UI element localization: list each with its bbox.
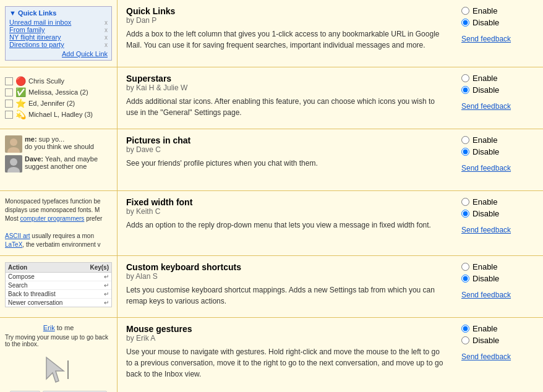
enable-radio-fixed-width-font[interactable] <box>461 198 469 206</box>
lab-title-quick-links: Quick Links <box>126 6 448 16</box>
enable-radio-row-custom-keyboard-shortcuts[interactable]: Enable <box>461 262 497 271</box>
enable-radio-custom-keyboard-shortcuts[interactable] <box>461 263 469 271</box>
disable-radio-row-superstars[interactable]: Disable <box>461 85 499 95</box>
chat-msg-dave: Dave: Yeah, and maybe suggest another on… <box>5 155 112 173</box>
disable-label-mouse-gestures: Disable <box>472 336 499 345</box>
labs-list: ▼ Quick Links Unread mail in inbox x Fro… <box>0 0 543 392</box>
lab-content-pictures-in-chat: Pictures in chat by Dave C See your frie… <box>118 129 456 190</box>
enable-radio-superstars[interactable] <box>461 74 469 82</box>
lab-controls-superstars: Enable Disable Send feedback <box>456 67 543 129</box>
feedback-link-quick-links[interactable]: Send feedback <box>461 35 511 43</box>
disable-radio-custom-keyboard-shortcuts[interactable] <box>461 275 469 283</box>
enable-radio-quick-links[interactable] <box>461 7 469 15</box>
disable-radio-mouse-gestures[interactable] <box>461 336 469 344</box>
ql-item-4: Directions to party x <box>9 41 108 48</box>
svg-point-4 <box>10 158 17 166</box>
lab-row-quick-links: ▼ Quick Links Unread mail in inbox x Fro… <box>0 0 543 67</box>
disable-radio-superstars[interactable] <box>461 86 469 94</box>
lab-title-pictures-in-chat: Pictures in chat <box>126 135 448 145</box>
lab-content-fixed-width-font: Fixed width font by Keith C Adds an opti… <box>118 191 456 255</box>
disable-radio-row-pictures-in-chat[interactable]: Disable <box>461 147 499 156</box>
enable-radio-row-mouse-gestures[interactable]: Enable <box>461 324 497 333</box>
feedback-link-superstars[interactable]: Send feedback <box>461 102 511 111</box>
svg-marker-6 <box>46 357 64 382</box>
kb-row-newer: Newer conversation ↵ <box>6 299 111 307</box>
disable-radio-row-quick-links[interactable]: Disable <box>461 18 499 27</box>
lab-author-fixed-width-font: by Keith C <box>126 207 448 216</box>
disable-radio-row-custom-keyboard-shortcuts[interactable]: Disable <box>461 274 499 283</box>
lab-content-custom-keyboard-shortcuts: Custom keyboard shortcuts by Alan S Lets… <box>118 256 456 317</box>
disable-radio-quick-links[interactable] <box>461 19 469 27</box>
add-quick-link[interactable]: Add Quick Link <box>62 50 108 58</box>
enable-label-custom-keyboard-shortcuts: Enable <box>472 262 497 271</box>
lab-description-superstars: Adds additional star icons. After enabli… <box>126 96 448 118</box>
enable-radio-row-superstars[interactable]: Enable <box>461 74 497 83</box>
chat-msg-me: me: sup yo... do you think we should <box>5 135 112 153</box>
feedback-link-fixed-width-font[interactable]: Send feedback <box>461 226 511 234</box>
lab-controls-mouse-gestures: Enable Disable Send feedback <box>456 318 543 392</box>
lab-author-custom-keyboard-shortcuts: by Alan S <box>126 272 448 281</box>
lab-row-superstars: 🔴 Chris Scully ✅ Melissa, Jessica (2) ⭐ … <box>0 67 543 129</box>
enable-radio-row-fixed-width-font[interactable]: Enable <box>461 197 497 207</box>
lab-controls-custom-keyboard-shortcuts: Enable Disable Send feedback <box>456 256 543 317</box>
enable-label-pictures-in-chat: Enable <box>472 135 497 145</box>
star-row-2: ✅ Melissa, Jessica (2) <box>5 87 112 97</box>
feedback-link-pictures-in-chat[interactable]: Send feedback <box>461 164 511 173</box>
enable-radio-row-quick-links[interactable]: Enable <box>461 6 497 15</box>
enable-label-superstars: Enable <box>472 74 497 83</box>
lab-author-pictures-in-chat: by Dave C <box>126 145 448 154</box>
mouse-from-link[interactable]: Erik <box>43 324 55 331</box>
lab-row-mouse-gestures: Erik to me Try moving your mouse up to g… <box>0 318 543 392</box>
disable-radio-row-fixed-width-font[interactable]: Disable <box>461 209 499 218</box>
enable-radio-pictures-in-chat[interactable] <box>461 136 469 144</box>
link-computer-programmers[interactable]: computer programmers <box>20 215 84 222</box>
disable-radio-pictures-in-chat[interactable] <box>461 148 469 156</box>
lab-author-quick-links: by Dan P <box>126 16 448 25</box>
lab-title-custom-keyboard-shortcuts: Custom keyboard shortcuts <box>126 262 448 272</box>
lab-description-quick-links: Adds a box to the left column that gives… <box>126 28 448 51</box>
link-ascii-art[interactable]: ASCII art <box>5 232 30 239</box>
ql-item-1: Unread mail in inbox x <box>9 19 108 26</box>
star-row-3: ⭐ Ed, Jennifer (2) <box>5 98 112 108</box>
disable-radio-fixed-width-font[interactable] <box>461 210 469 218</box>
star-row-4: 💫 Michael L, Hadley (3) <box>5 109 112 119</box>
ql-item-2: From family x <box>9 26 108 33</box>
feedback-link-custom-keyboard-shortcuts[interactable]: Send feedback <box>461 291 511 299</box>
lab-row-pictures-in-chat: me: sup yo... do you think we should Dav… <box>0 129 543 191</box>
lab-row-custom-keyboard-shortcuts: Action Key(s) Compose ↵ Search ↵ Back to… <box>0 256 543 318</box>
enable-label-quick-links: Enable <box>472 6 497 15</box>
lab-description-fixed-width-font: Adds an option to the reply drop-down me… <box>126 219 448 231</box>
lab-title-fixed-width-font: Fixed width font <box>126 197 448 207</box>
lab-author-superstars: by Kai H & Julie W <box>126 83 448 92</box>
kb-row-compose: Compose ↵ <box>6 273 111 281</box>
kb-row-search: Search ↵ <box>6 281 111 290</box>
lab-content-superstars: Superstars by Kai H & Julie W Adds addit… <box>118 67 456 129</box>
lab-row-fixed-width-font: Monospaced typefaces function be display… <box>0 191 543 256</box>
disable-label-custom-keyboard-shortcuts: Disable <box>472 274 499 283</box>
lab-preview-pictures-in-chat: me: sup yo... do you think we should Dav… <box>0 129 118 190</box>
ql-item-3: NY flight itinerary x <box>9 33 108 41</box>
svg-point-1 <box>10 138 17 146</box>
lab-content-mouse-gestures: Mouse gestures by Erik A Use your mouse … <box>118 318 456 392</box>
lab-preview-superstars: 🔴 Chris Scully ✅ Melissa, Jessica (2) ⭐ … <box>0 67 118 129</box>
disable-radio-row-mouse-gestures[interactable]: Disable <box>461 336 499 345</box>
lab-preview-mouse-gestures: Erik to me Try moving your mouse up to g… <box>0 318 118 392</box>
lab-title-mouse-gestures: Mouse gestures <box>126 324 448 334</box>
disable-label-fixed-width-font: Disable <box>472 209 499 218</box>
lab-author-mouse-gestures: by Erik A <box>126 334 448 343</box>
lab-preview-custom-keyboard-shortcuts: Action Key(s) Compose ↵ Search ↵ Back to… <box>0 256 118 317</box>
disable-label-superstars: Disable <box>472 85 499 95</box>
lab-title-superstars: Superstars <box>126 74 448 83</box>
lab-preview-fixed-width-font: Monospaced typefaces function be display… <box>0 191 118 255</box>
lab-description-pictures-in-chat: See your friends' profile pictures when … <box>126 158 448 169</box>
lab-description-mouse-gestures: Use your mouse to navigate with gestures… <box>126 346 448 380</box>
mouse-cursor-icon <box>40 351 77 388</box>
enable-radio-row-pictures-in-chat[interactable]: Enable <box>461 135 497 145</box>
enable-radio-mouse-gestures[interactable] <box>461 325 469 333</box>
lab-controls-fixed-width-font: Enable Disable Send feedback <box>456 191 543 255</box>
lab-controls-pictures-in-chat: Enable Disable Send feedback <box>456 129 543 190</box>
star-row-1: 🔴 Chris Scully <box>5 76 112 86</box>
lab-controls-quick-links: Enable Disable Send feedback <box>456 0 543 67</box>
link-latex[interactable]: LaTeX <box>5 241 22 248</box>
feedback-link-mouse-gestures[interactable]: Send feedback <box>461 352 511 361</box>
